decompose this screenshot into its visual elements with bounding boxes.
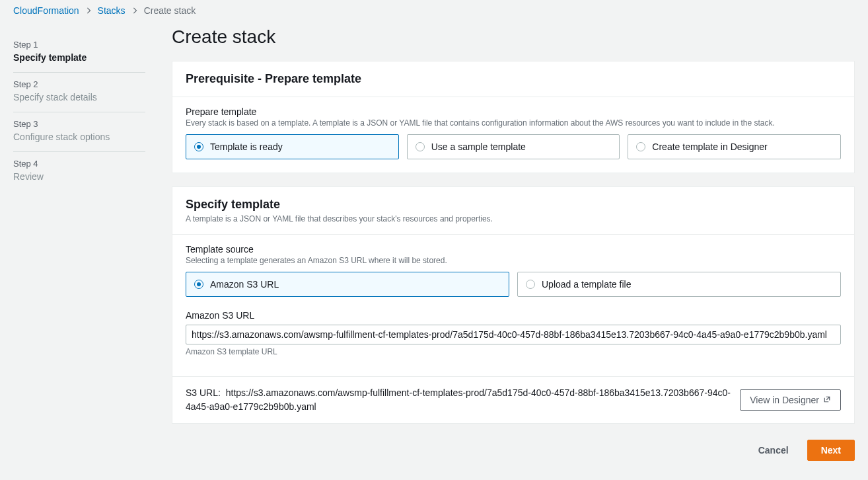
view-in-designer-button[interactable]: View in Designer — [740, 389, 841, 411]
s3-url-label: Amazon S3 URL — [186, 310, 841, 321]
option-label: Upload a template file — [542, 279, 631, 290]
step-specify-details: Step 2 Specify stack details — [13, 73, 145, 112]
radio-icon — [194, 142, 203, 151]
cancel-button[interactable]: Cancel — [748, 440, 799, 461]
s3-url-help: Amazon S3 template URL — [186, 347, 841, 356]
step-number: Step 4 — [13, 159, 145, 169]
page-title: Create stack — [172, 26, 855, 48]
panel-title: Prerequisite - Prepare template — [186, 72, 841, 86]
step-number: Step 3 — [13, 119, 145, 129]
field-help: Selecting a template generates an Amazon… — [186, 256, 841, 265]
panel-title: Specify template — [186, 198, 841, 212]
step-number: Step 1 — [13, 40, 145, 50]
chevron-right-icon — [132, 5, 137, 16]
option-amazon-s3-url[interactable]: Amazon S3 URL — [186, 272, 509, 297]
step-review: Step 4 Review — [13, 152, 145, 191]
step-title: Specify stack details — [13, 92, 145, 102]
field-help: Every stack is based on a template. A te… — [186, 118, 841, 128]
field-label: Prepare template — [186, 106, 841, 117]
prerequisite-panel: Prerequisite - Prepare template Prepare … — [172, 61, 855, 173]
option-label: Amazon S3 URL — [210, 279, 279, 290]
option-label: Template is ready — [210, 141, 283, 152]
breadcrumb: CloudFormation Stacks Create stack — [0, 0, 868, 21]
wizard-steps: Step 1 Specify template Step 2 Specify s… — [13, 21, 145, 461]
step-configure-options: Step 3 Configure stack options — [13, 112, 145, 152]
option-label: Use a sample template — [431, 141, 526, 152]
specify-template-panel: Specify template A template is a JSON or… — [172, 186, 855, 424]
s3-url-input[interactable] — [186, 325, 841, 344]
s3-url-value: https://s3.amazonaws.com/awsmp-fulfillme… — [186, 387, 731, 412]
breadcrumb-parent[interactable]: Stacks — [98, 5, 126, 16]
breadcrumb-current: Create stack — [144, 5, 196, 16]
external-link-icon — [823, 394, 831, 406]
option-create-designer[interactable]: Create template in Designer — [628, 134, 841, 159]
option-use-sample[interactable]: Use a sample template — [407, 134, 620, 159]
radio-icon — [636, 142, 645, 151]
step-title: Specify template — [13, 52, 145, 63]
step-title: Configure stack options — [13, 132, 145, 142]
panel-subtitle: A template is a JSON or YAML file that d… — [186, 214, 841, 223]
step-number: Step 2 — [13, 79, 145, 89]
option-label: Create template in Designer — [652, 141, 767, 152]
button-label: View in Designer — [750, 394, 819, 406]
radio-icon — [416, 142, 425, 151]
s3-url-display: S3 URL: https://s3.amazonaws.com/awsmp-f… — [186, 386, 732, 414]
radio-icon — [526, 280, 535, 289]
radio-icon — [194, 280, 203, 289]
option-template-ready[interactable]: Template is ready — [186, 134, 399, 159]
breadcrumb-root[interactable]: CloudFormation — [13, 5, 79, 16]
form-actions: Cancel Next — [172, 437, 855, 461]
step-specify-template[interactable]: Step 1 Specify template — [13, 33, 145, 73]
step-title: Review — [13, 171, 145, 182]
option-upload-file[interactable]: Upload a template file — [517, 272, 841, 297]
next-button[interactable]: Next — [807, 440, 855, 461]
s3-url-prefix: S3 URL: — [186, 387, 221, 398]
chevron-right-icon — [86, 5, 91, 16]
field-label: Template source — [186, 244, 841, 255]
